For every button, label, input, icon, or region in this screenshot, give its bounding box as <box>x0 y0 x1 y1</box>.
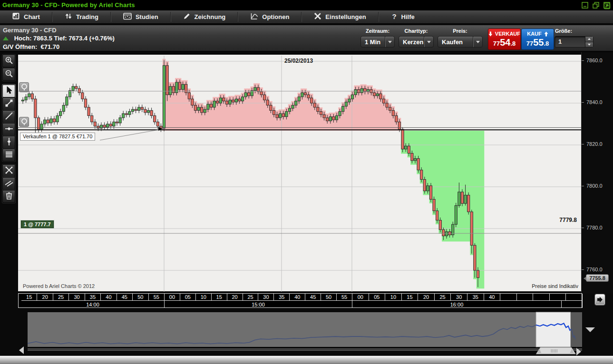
line-tool-button[interactable] <box>2 110 15 123</box>
disclaimer: Preise sind Indikativ <box>532 283 578 289</box>
delete-tool-button[interactable] <box>2 190 15 203</box>
menu-item-label: Optionen <box>262 13 289 20</box>
order-tag[interactable]: 1 @ 7777.7 <box>21 220 54 228</box>
minute-cell: 05 <box>369 294 386 300</box>
levels-tool-button[interactable] <box>2 149 15 162</box>
minute-cell <box>517 294 534 300</box>
horizontal-line-tool-button[interactable] <box>2 123 15 136</box>
minute-cell: 50 <box>133 294 148 300</box>
chart-area: 25/02/2013 Verkaufen 1 @ 7827.5 €71.70 1… <box>18 54 581 291</box>
minute-cell <box>566 294 583 300</box>
high-low-stats: Hoch: 7863.5 Tief: 7673.4 (+0.76%) <box>3 35 115 42</box>
zoom-out-tool-button[interactable] <box>2 68 15 81</box>
verkauf-price: 7754.8 <box>488 37 520 49</box>
menu-item-optionen[interactable]: Optionen <box>238 10 301 23</box>
horizontal-line-icon <box>4 124 14 135</box>
price-axis[interactable]: 7755.8 7860.07840.07820.07800.07780.0776… <box>581 52 613 294</box>
chart-navigator[interactable] <box>0 308 613 355</box>
axis-tick-label: 7840.0 <box>586 99 603 105</box>
preis-dropdown[interactable]: Kaufen <box>438 36 483 48</box>
trendline-tool-button[interactable] <box>2 97 15 110</box>
trading-icon <box>65 12 72 21</box>
open-pl-label: G/V Öffnen: <box>3 43 37 50</box>
chevron-down-icon[interactable] <box>385 37 394 47</box>
charttyp-value: Kerzen <box>399 38 424 46</box>
menu-item-trading[interactable]: Trading <box>53 10 110 23</box>
order-marker-icon[interactable] <box>19 82 29 92</box>
menu-item-label: Hilfe <box>401 13 415 20</box>
groesse-input[interactable]: 1 <box>555 36 594 48</box>
watermark: Powered b Ariel Charts © 2012 <box>23 283 95 289</box>
cursor-tool-button[interactable] <box>2 85 15 97</box>
minute-cell: 20 <box>227 294 243 300</box>
menu-item-label: Trading <box>76 13 98 20</box>
navigator-selection-window <box>536 312 570 347</box>
channel-tool-button[interactable] <box>2 177 15 190</box>
menu-item-zeichnung[interactable]: Zeichnung <box>171 10 238 23</box>
minute-cell: 35 <box>274 294 290 300</box>
trendline-icon <box>4 98 14 110</box>
navigator-panel <box>28 312 582 347</box>
position-label[interactable]: Verkaufen 1 @ 7827.5 €71.70 <box>20 133 95 141</box>
optionen-icon <box>250 12 258 21</box>
line-icon <box>4 111 14 123</box>
stepper-down-button[interactable] <box>585 42 593 48</box>
levels-icon <box>4 150 14 161</box>
minute-cell: 30 <box>259 294 274 300</box>
menu-item-einstellungen[interactable]: Einstellungen <box>302 10 378 23</box>
zeitraum-dropdown[interactable]: 1 Min <box>360 36 395 48</box>
charttyp-dropdown[interactable]: Kerzen <box>399 36 434 48</box>
zoom-in-tool-button[interactable] <box>2 55 15 67</box>
restore-window-icon[interactable] <box>593 2 599 9</box>
verkauf-button[interactable]: VERKAUF 7754.8 <box>488 29 521 50</box>
zeitraum-label: Zeitraum: <box>360 28 395 34</box>
symbol-name: Germany 30 - CFD <box>3 27 57 34</box>
charttyp-label: Charttyp: <box>399 28 434 34</box>
einstellungen-icon <box>314 12 321 21</box>
vertical-line-tool-button[interactable] <box>2 136 15 149</box>
groesse-value: 1 <box>555 37 585 47</box>
minute-cell: 55 <box>149 294 165 300</box>
axis-tick <box>582 60 584 61</box>
chevron-down-icon[interactable] <box>473 37 482 47</box>
minute-cell: 40 <box>290 294 305 300</box>
profit-zone <box>401 131 484 288</box>
menu-item-label: Studien <box>136 13 158 20</box>
order-marker-icon[interactable] <box>19 117 29 127</box>
menu-item-hilfe[interactable]: ?Hilfe <box>379 10 427 23</box>
popout-icon[interactable] <box>603 2 611 10</box>
stepper-up-button[interactable] <box>585 37 593 42</box>
minute-cell: 45 <box>117 294 133 300</box>
kauf-button[interactable]: KAUF 7755.8 <box>521 29 554 50</box>
hour-cell: 15:00 <box>165 300 352 308</box>
open-pl-row: G/V Öffnen: €71.70 <box>3 43 59 50</box>
zeichnung-icon <box>183 12 191 21</box>
minute-cell: 00 <box>165 294 180 300</box>
kauf-label: KAUF <box>527 31 542 37</box>
minute-cell: 50 <box>321 294 337 300</box>
menu-item-studien[interactable]: Studien <box>111 10 170 23</box>
menu-item-chart[interactable]: Chart <box>0 10 52 23</box>
axis-tick <box>582 228 584 228</box>
quantity-stepper <box>585 37 593 47</box>
minute-cell: 45 <box>305 294 321 300</box>
axis-tick-label: 7780.0 <box>586 225 603 230</box>
minute-cell: 00 <box>352 294 369 300</box>
minute-cell: 55 <box>337 294 352 300</box>
time-axis[interactable]: 1520253035404550550005101520253035404550… <box>18 293 582 308</box>
goto-latest-button[interactable] <box>595 294 605 305</box>
chart-canvas[interactable] <box>18 55 581 292</box>
verkauf-label: VERKAUF <box>495 31 520 37</box>
hour-cell <box>562 300 583 308</box>
axis-tick <box>582 186 584 186</box>
chevron-down-icon[interactable] <box>424 37 433 47</box>
minute-cell: 20 <box>37 294 53 300</box>
cross-tool-button[interactable] <box>2 164 15 177</box>
axis-tick <box>582 102 584 103</box>
svg-text:?: ? <box>392 12 396 20</box>
menu-bar: ChartTradingStudienZeichnungOptionenEins… <box>0 10 613 24</box>
drawing-toolbar <box>0 52 18 294</box>
date-label: 25/02/2013 <box>284 57 313 64</box>
minute-cell: 25 <box>243 294 259 300</box>
minimize-window-icon[interactable] <box>582 2 588 9</box>
